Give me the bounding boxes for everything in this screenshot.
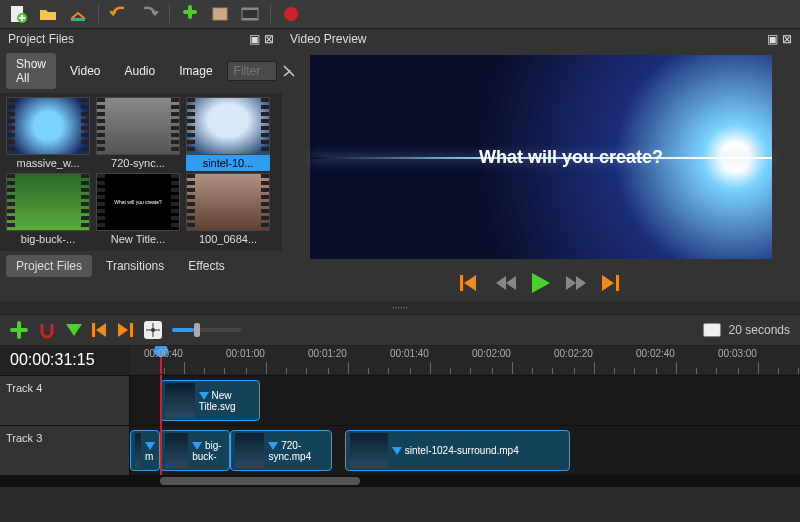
filter-input[interactable]	[227, 61, 277, 81]
track-lane[interactable]: m big-buck- 720-sync.mp4 sintel-1024-sur…	[130, 426, 800, 475]
clip-thumbnail	[135, 433, 141, 468]
zoom-slider[interactable]	[172, 328, 242, 332]
show-all-button[interactable]: Show All	[6, 53, 56, 89]
clip-label: m	[145, 440, 155, 462]
clip-thumbnail	[350, 433, 388, 468]
track-header[interactable]: Track 4	[0, 376, 130, 425]
choose-profile-icon[interactable]	[210, 4, 230, 24]
project-item-label: massive_w...	[6, 155, 90, 171]
tab-project-files[interactable]: Project Files	[6, 255, 92, 277]
timeline-clip[interactable]: big-buck-	[160, 430, 230, 471]
project-item[interactable]: massive_w...	[4, 97, 92, 171]
import-files-icon[interactable]	[180, 4, 200, 24]
ruler-time-label: 00:00:40	[144, 348, 183, 359]
project-item-thumbnail[interactable]	[186, 173, 270, 231]
timeline-clip[interactable]: New Title.svg	[160, 380, 260, 421]
ruler-time-label: 00:02:20	[554, 348, 593, 359]
timeline-tracks: Track 4 New Title.svgTrack 3 m big-buck-…	[0, 375, 800, 475]
project-item-label: sintel-10...	[186, 155, 270, 171]
filter-audio-button[interactable]: Audio	[115, 60, 166, 82]
fullscreen-icon[interactable]	[240, 4, 260, 24]
timeline-toolbar: 20 seconds	[0, 314, 800, 345]
track-row: Track 3 m big-buck- 720-sync.mp4 sintel-…	[0, 425, 800, 475]
project-item[interactable]: sintel-10...	[184, 97, 272, 171]
panel-close-icon[interactable]: ⊠	[264, 32, 274, 46]
project-item-thumbnail[interactable]	[96, 97, 180, 155]
svg-point-7	[284, 7, 298, 21]
video-preview-title: Video Preview	[290, 32, 367, 46]
project-item[interactable]: What will you create?New Title...	[94, 173, 182, 247]
timeline-ruler[interactable]: 00:00:4000:01:0000:01:2000:01:4000:02:00…	[130, 346, 800, 374]
add-marker-button[interactable]	[703, 323, 721, 337]
project-files-title: Project Files	[8, 32, 74, 46]
project-item-thumbnail[interactable]: What will you create?	[96, 173, 180, 231]
transport-controls	[282, 265, 800, 301]
svg-rect-10	[92, 323, 95, 337]
new-project-icon[interactable]	[8, 4, 28, 24]
next-marker-icon[interactable]	[118, 323, 134, 337]
fast-forward-icon[interactable]	[566, 276, 586, 290]
export-video-icon[interactable]	[281, 4, 301, 24]
panel-detach-icon[interactable]: ▣	[249, 32, 260, 46]
timeline-clip[interactable]: m	[130, 430, 160, 471]
zoom-readout: 20 seconds	[729, 323, 790, 337]
clip-label: sintel-1024-surround.mp4	[392, 445, 519, 456]
ruler-time-label: 00:02:00	[472, 348, 511, 359]
play-icon[interactable]	[532, 273, 550, 293]
tab-effects[interactable]: Effects	[178, 255, 234, 277]
track-header[interactable]: Track 3	[0, 426, 130, 475]
open-project-icon[interactable]	[38, 4, 58, 24]
undo-icon[interactable]	[109, 4, 129, 24]
clip-thumbnail	[235, 433, 264, 468]
svg-rect-11	[130, 323, 133, 337]
track-row: Track 4 New Title.svg	[0, 375, 800, 425]
jump-start-icon[interactable]	[460, 275, 480, 291]
ruler-time-label: 00:02:40	[636, 348, 675, 359]
snapping-icon[interactable]	[38, 321, 56, 339]
rewind-icon[interactable]	[496, 276, 516, 290]
svg-rect-5	[242, 8, 258, 10]
clip-thumbnail	[165, 383, 195, 418]
video-preview-viewport[interactable]: What will you create?	[310, 55, 772, 259]
center-playhead-icon[interactable]	[144, 321, 162, 339]
tab-transitions[interactable]: Transitions	[96, 255, 174, 277]
save-project-icon[interactable]	[68, 4, 88, 24]
ruler-time-label: 00:01:40	[390, 348, 429, 359]
project-item-thumbnail[interactable]	[186, 97, 270, 155]
filter-video-button[interactable]: Video	[60, 60, 110, 82]
track-lane[interactable]: New Title.svg	[130, 376, 800, 425]
project-item[interactable]: 720-sync...	[94, 97, 182, 171]
redo-icon[interactable]	[139, 4, 159, 24]
playhead-line[interactable]	[160, 375, 162, 475]
project-filter-bar: Show All Video Audio Image	[0, 49, 282, 93]
svg-rect-3	[213, 8, 227, 20]
timeline-horizontal-scrollbar[interactable]	[0, 475, 800, 487]
panel-resize-handle[interactable]: ······	[0, 301, 800, 314]
project-item-thumbnail[interactable]	[6, 173, 90, 231]
jump-end-icon[interactable]	[602, 275, 622, 291]
video-preview-panel: Video Preview ▣ ⊠ What will you create?	[282, 29, 800, 301]
svg-rect-8	[460, 275, 463, 291]
project-item[interactable]: 100_0684...	[184, 173, 272, 247]
razor-dropdown-icon[interactable]	[66, 324, 82, 336]
clip-label: New Title.svg	[199, 390, 255, 412]
panel-detach-icon[interactable]: ▣	[767, 32, 778, 46]
project-item-label: 720-sync...	[96, 155, 180, 171]
panel-close-icon[interactable]: ⊠	[782, 32, 792, 46]
add-track-icon[interactable]	[10, 321, 28, 339]
clip-label: big-buck-	[192, 440, 225, 462]
project-item-label: 100_0684...	[186, 231, 270, 247]
preview-overlay-text: What will you create?	[479, 147, 663, 168]
toolbar-separator	[169, 5, 170, 23]
ruler-time-label: 00:01:00	[226, 348, 265, 359]
timecode-display[interactable]: 00:00:31:15	[0, 345, 130, 375]
project-item[interactable]: big-buck-...	[4, 173, 92, 247]
ruler-time-label: 00:03:00	[718, 348, 757, 359]
project-item-thumbnail[interactable]	[6, 97, 90, 155]
svg-rect-9	[616, 275, 619, 291]
filter-image-button[interactable]: Image	[169, 60, 222, 82]
svg-rect-2	[71, 18, 85, 21]
timeline-clip[interactable]: sintel-1024-surround.mp4	[345, 430, 570, 471]
previous-marker-icon[interactable]	[92, 323, 108, 337]
timeline-clip[interactable]: 720-sync.mp4	[230, 430, 332, 471]
